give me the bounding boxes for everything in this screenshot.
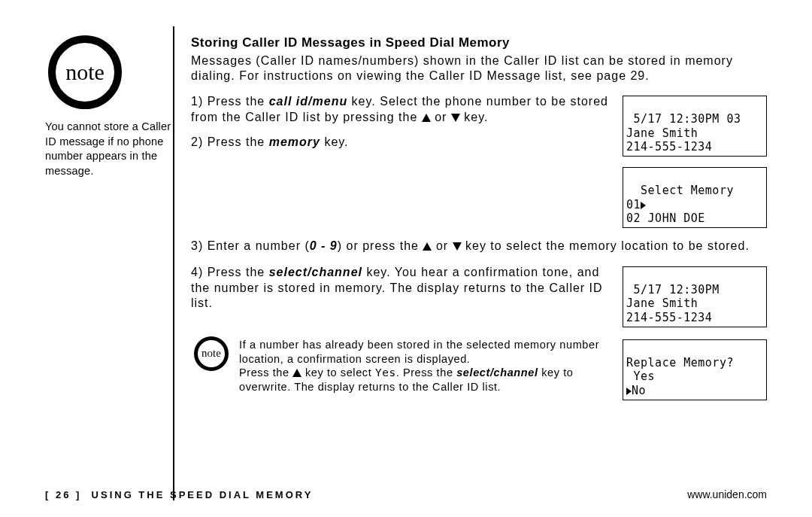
- sidebar-note-text: You cannot store a Caller ID message if …: [45, 120, 173, 178]
- arrow-up-icon: [422, 114, 431, 122]
- page-footer: [ 26 ] USING THE SPEED DIAL MEMORY www.u…: [45, 488, 767, 500]
- sidebar: note You cannot store a Caller ID messag…: [45, 26, 173, 500]
- step-3-row: 3) Enter a number (0 - 9) or press the o…: [191, 239, 767, 254]
- step-3-text: 3) Enter a number (0 - 9) or press the o…: [191, 239, 767, 254]
- lcd-group-1: 5/17 12:30PM 03 Jane Smith 214-555-1234 …: [623, 94, 767, 228]
- intro-paragraph: Messages (Caller ID names/numbers) shown…: [191, 53, 767, 84]
- cursor-icon: [626, 388, 632, 395]
- step-1-row: 1) Press the call id/menu key. Select th…: [191, 94, 767, 228]
- vertical-divider: [173, 26, 174, 500]
- arrow-up-icon: [292, 369, 301, 377]
- step-1-text: 1) Press the call id/menu key. Select th…: [191, 94, 623, 150]
- lcd-screen-2: Select Memory 01 02 JOHN DOE: [623, 167, 767, 228]
- step-4-text: 4) Press the select/channel key. You hea…: [191, 265, 623, 312]
- lcd-screen-1: 5/17 12:30PM 03 Jane Smith 214-555-1234: [623, 96, 767, 157]
- arrow-up-icon: [423, 242, 432, 251]
- inline-note-text: If a number has already been stored in t…: [239, 338, 623, 394]
- note-small-icon: note: [194, 336, 229, 371]
- footer-url: www.uniden.com: [687, 488, 767, 500]
- step-4-row: 4) Press the select/channel key. You hea…: [191, 265, 767, 327]
- note-label: note: [65, 59, 105, 85]
- arrow-down-icon: [451, 114, 460, 122]
- cursor-icon: [641, 202, 646, 209]
- note-icon: note: [48, 35, 122, 109]
- footer-left: [ 26 ] USING THE SPEED DIAL MEMORY: [45, 489, 313, 500]
- lcd-screen-3: 5/17 12:30PM Jane Smith 214-555-1234: [623, 266, 767, 327]
- main-content: Storing Caller ID Messages in Speed Dial…: [191, 26, 767, 500]
- section-heading: Storing Caller ID Messages in Speed Dial…: [191, 35, 767, 50]
- inline-note-row: note If a number has already been stored…: [191, 338, 767, 400]
- lcd-screen-4: Replace Memory? Yes No: [623, 339, 767, 400]
- arrow-down-icon: [453, 242, 462, 251]
